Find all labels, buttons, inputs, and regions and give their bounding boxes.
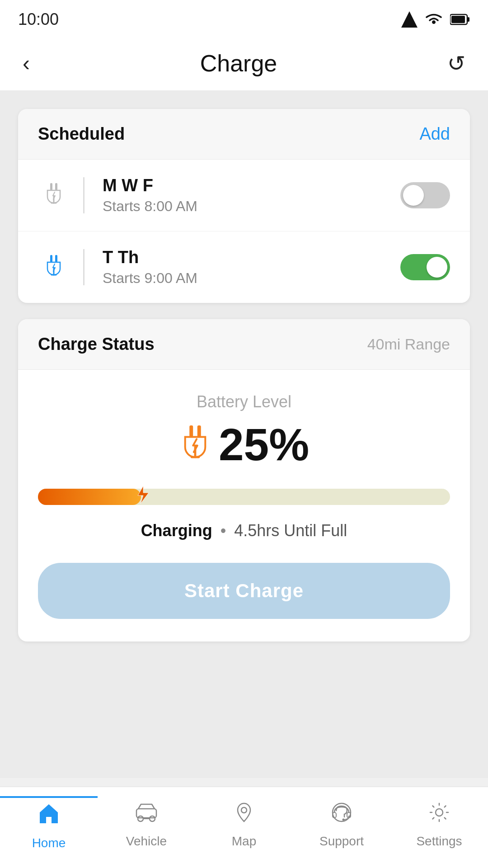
divider-2 bbox=[83, 249, 84, 285]
schedule-toggle-2[interactable] bbox=[400, 254, 450, 280]
charging-plug-icon bbox=[179, 425, 211, 464]
schedule-time-1: Starts 8:00 AM bbox=[103, 198, 387, 215]
svg-rect-13 bbox=[197, 425, 201, 437]
nav-label-support: Support bbox=[319, 834, 364, 849]
bottom-nav: Home Vehicle Map bbox=[0, 787, 488, 868]
schedule-days-2: T Th bbox=[103, 248, 387, 267]
charge-status-title: Charge Status bbox=[38, 335, 155, 354]
svg-marker-0 bbox=[401, 11, 418, 28]
svg-rect-4 bbox=[50, 183, 52, 190]
svg-rect-2 bbox=[467, 17, 469, 22]
vehicle-icon bbox=[135, 801, 158, 830]
nav-item-settings[interactable]: Settings bbox=[390, 796, 488, 849]
svg-point-18 bbox=[150, 816, 155, 821]
scheduled-card-header: Scheduled Add bbox=[18, 109, 470, 160]
battery-icon bbox=[450, 13, 470, 26]
status-icons bbox=[401, 11, 470, 28]
charge-range: 40mi Range bbox=[367, 335, 450, 353]
home-icon bbox=[37, 802, 61, 831]
start-charge-button[interactable]: Start Charge bbox=[38, 563, 450, 619]
main-content: Scheduled Add M W F Starts 8:00 AM bbox=[0, 91, 488, 778]
nav-item-vehicle[interactable]: Vehicle bbox=[98, 796, 195, 849]
wifi-icon bbox=[424, 11, 444, 28]
nav-item-support[interactable]: Support bbox=[293, 796, 390, 849]
status-bar: 10:00 bbox=[0, 0, 488, 36]
signal-icon bbox=[401, 11, 418, 28]
scheduled-card: Scheduled Add M W F Starts 8:00 AM bbox=[18, 109, 470, 303]
svg-rect-9 bbox=[55, 255, 57, 262]
nav-label-vehicle: Vehicle bbox=[126, 834, 167, 849]
svg-rect-3 bbox=[451, 16, 465, 23]
svg-point-26 bbox=[436, 809, 443, 816]
progress-bar bbox=[38, 489, 450, 505]
plug-icon-grey bbox=[38, 183, 70, 208]
divider-1 bbox=[83, 177, 84, 213]
svg-rect-8 bbox=[50, 255, 52, 262]
svg-point-20 bbox=[241, 807, 247, 813]
svg-point-25 bbox=[343, 819, 345, 821]
progress-lightning-icon bbox=[134, 485, 150, 509]
scheduled-title: Scheduled bbox=[38, 124, 125, 144]
status-time: 10:00 bbox=[18, 10, 59, 29]
nav-item-map[interactable]: Map bbox=[195, 796, 293, 849]
charge-status-body: Battery Level 25% bbox=[18, 370, 470, 642]
refresh-button[interactable]: ↺ bbox=[447, 51, 465, 76]
charge-status-header: Charge Status 40mi Range bbox=[18, 319, 470, 370]
schedule-item-2: T Th Starts 9:00 AM bbox=[18, 231, 470, 303]
svg-rect-12 bbox=[189, 425, 193, 437]
schedule-toggle-1[interactable] bbox=[400, 182, 450, 208]
settings-icon bbox=[427, 801, 451, 830]
schedule-time-2: Starts 9:00 AM bbox=[103, 270, 387, 287]
back-button[interactable]: ‹ bbox=[23, 52, 30, 74]
schedule-days-1: M W F bbox=[103, 176, 387, 195]
charge-status-card: Charge Status 40mi Range Battery Level 2… bbox=[18, 319, 470, 642]
nav-label-home: Home bbox=[32, 836, 66, 850]
schedule-item-1: M W F Starts 8:00 AM bbox=[18, 160, 470, 231]
support-icon bbox=[330, 801, 353, 830]
battery-percent-value: 25% bbox=[219, 419, 309, 471]
battery-label: Battery Level bbox=[197, 392, 291, 411]
nav-label-map: Map bbox=[232, 834, 256, 849]
add-schedule-button[interactable]: Add bbox=[419, 124, 450, 144]
svg-point-17 bbox=[138, 816, 143, 821]
charging-status-text: Charging • 4.5hrs Until Full bbox=[141, 521, 347, 540]
progress-bar-fill bbox=[38, 489, 141, 505]
page-title: Charge bbox=[200, 50, 277, 77]
schedule-info-1: M W F Starts 8:00 AM bbox=[103, 176, 387, 215]
schedule-info-2: T Th Starts 9:00 AM bbox=[103, 248, 387, 287]
svg-rect-5 bbox=[55, 183, 57, 190]
plug-icon-blue bbox=[38, 255, 70, 279]
header: ‹ Charge ↺ bbox=[0, 36, 488, 91]
battery-percent-row: 25% bbox=[179, 419, 309, 471]
nav-item-home[interactable]: Home bbox=[0, 796, 98, 850]
map-icon bbox=[232, 801, 256, 830]
nav-label-settings: Settings bbox=[416, 834, 462, 849]
